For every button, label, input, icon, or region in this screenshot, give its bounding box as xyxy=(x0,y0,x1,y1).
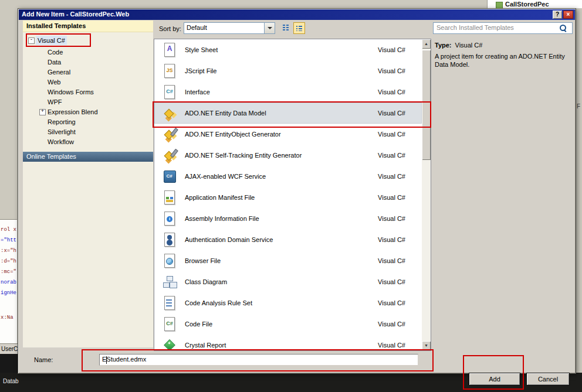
dialog-titlebar[interactable]: Add New Item - CallStoredPec.Web ? × xyxy=(19,9,575,20)
template-item-class-diagram[interactable]: Class Diagram Visual C# xyxy=(154,271,422,292)
expand-icon[interactable]: + xyxy=(39,109,46,115)
jscript-file-icon xyxy=(162,63,177,79)
tree-item-web[interactable]: Web xyxy=(23,77,153,87)
code-fragment: :mc=" xyxy=(1,269,16,275)
code-file-icon xyxy=(162,316,177,332)
template-item-ado-net-entityobject-generator[interactable]: ADO.NET EntityObject Generator Visual C# xyxy=(154,124,422,145)
search-icon[interactable] xyxy=(560,25,566,31)
collapse-icon[interactable]: - xyxy=(28,38,35,44)
tree-item-workflow[interactable]: Workflow xyxy=(23,137,153,146)
sort-dropdown[interactable]: Default xyxy=(184,22,275,34)
app-manifest-icon xyxy=(162,190,177,205)
online-templates-header[interactable]: Online Templates xyxy=(23,152,153,162)
taskbar-label: Datab xyxy=(3,378,19,384)
search-box[interactable]: Search Installed Templates xyxy=(433,22,573,34)
rule-set-icon xyxy=(162,295,177,311)
template-item-style-sheet[interactable]: Style Sheet Visual C# xyxy=(154,39,422,60)
auth-domain-service-icon xyxy=(162,232,177,247)
template-description: A project item for creating an ADO.NET E… xyxy=(435,52,573,69)
type-label: Type: xyxy=(435,42,452,49)
csharp-project-icon xyxy=(496,2,503,8)
template-item-authentication-domain-service[interactable]: Authentication Domain Service Visual C# xyxy=(154,229,422,250)
medium-icons-view-button[interactable] xyxy=(293,22,305,34)
installed-templates-header: Installed Templates xyxy=(23,21,153,32)
scroll-up-icon[interactable] xyxy=(422,39,431,49)
name-value: EStudent.edmx xyxy=(102,356,146,363)
template-item-ajax-enabled-wcf-service[interactable]: AJAX-enabled WCF Service Visual C# xyxy=(154,166,422,187)
style-sheet-icon xyxy=(162,42,177,57)
tree-item-expression-blend[interactable]: + Expression Blend xyxy=(23,107,153,117)
code-fragment: ="htt xyxy=(1,237,16,243)
small-icons-view-button[interactable] xyxy=(281,23,291,33)
background-usercontrol-label: UserCor xyxy=(0,343,18,354)
tree-item-silverlight[interactable]: Silverlight xyxy=(23,127,153,137)
code-fragment: :d="h xyxy=(1,258,16,264)
template-item-interface[interactable]: Interface Visual C# xyxy=(154,81,422,103)
background-code-editor: rol x ="htt :x="h :d="h :mc=" norab ignH… xyxy=(0,219,17,344)
templates-sidebar: Installed Templates - Visual C# Code Dat… xyxy=(23,21,153,347)
browser-file-icon xyxy=(162,253,177,268)
entity-data-model-icon xyxy=(162,105,177,121)
help-button[interactable]: ? xyxy=(553,11,562,19)
assembly-info-icon xyxy=(162,211,177,226)
template-item-code-file[interactable]: Code File Visual C# xyxy=(154,313,422,335)
template-item-application-manifest-file[interactable]: Application Manifest File Visual C# xyxy=(154,187,422,208)
close-button[interactable]: × xyxy=(563,11,573,19)
code-fragment: ignHe xyxy=(1,290,16,296)
solution-item-label[interactable]: CallStoredPec xyxy=(505,1,549,8)
template-item-jscript-file[interactable]: JScript File Visual C# xyxy=(154,60,422,81)
self-tracking-generator-icon xyxy=(162,148,177,163)
tree-item-windows-forms[interactable]: Windows Forms xyxy=(23,87,153,97)
template-item-ado-net-entity-data-model[interactable]: ADO.NET Entity Data Model Visual C# xyxy=(154,103,422,124)
tree-item-data[interactable]: Data xyxy=(23,57,153,67)
code-fragment: rol x xyxy=(1,227,16,233)
code-fragment: norab xyxy=(1,279,16,285)
scroll-down-icon[interactable] xyxy=(422,341,431,350)
interface-icon xyxy=(162,84,177,100)
tree-item-general[interactable]: General xyxy=(23,67,153,77)
template-list: Style Sheet Visual C# JScript File Visua… xyxy=(154,39,422,350)
tree-item-reporting[interactable]: Reporting xyxy=(23,117,153,127)
name-label: Name: xyxy=(34,356,53,363)
name-input[interactable]: EStudent.edmx xyxy=(99,354,418,366)
template-item-assembly-information-file[interactable]: Assembly Information File Visual C# xyxy=(154,208,422,229)
class-diagram-icon xyxy=(162,274,177,289)
list-scrollbar[interactable] xyxy=(422,39,431,350)
code-fragment: x:Na xyxy=(1,315,13,321)
template-item-crystal-report[interactable]: Crystal Report Visual C# xyxy=(154,335,422,350)
tree-item-code[interactable]: Code xyxy=(23,47,153,57)
background-solution-explorer: CallStoredPec xyxy=(487,0,582,8)
crystal-report-icon xyxy=(162,338,177,350)
tree-item-visual-csharp[interactable]: - Visual C# xyxy=(23,36,153,45)
scrollbar-thumb[interactable] xyxy=(422,50,431,160)
tree-item-wpf[interactable]: WPF xyxy=(23,97,153,107)
search-placeholder: Search Installed Templates xyxy=(436,24,514,31)
template-type-line: Type:Visual C# xyxy=(435,42,482,49)
dialog-title: Add New Item - CallStoredPec.Web xyxy=(22,11,129,18)
template-list-wrap: Style Sheet Visual C# JScript File Visua… xyxy=(154,39,431,351)
type-value: Visual C# xyxy=(455,42,483,49)
screen: CallStoredPec rol x ="htt :x="h :d="h :m… xyxy=(0,0,582,392)
template-item-browser-file[interactable]: Browser File Visual C# xyxy=(154,250,422,271)
add-button[interactable]: Add xyxy=(469,373,520,386)
tree-item-label: Visual C# xyxy=(36,36,67,45)
wcf-service-icon xyxy=(162,169,177,184)
template-item-code-analysis-rule-set[interactable]: Code Analysis Rule Set Visual C# xyxy=(154,292,422,313)
background-fragment: F xyxy=(577,103,580,110)
cancel-button[interactable]: Cancel xyxy=(526,373,570,386)
chevron-down-icon[interactable] xyxy=(264,23,275,33)
sort-by-label: Sort by: xyxy=(159,25,181,32)
add-new-item-dialog: Add New Item - CallStoredPec.Web ? × Ins… xyxy=(18,8,576,374)
template-item-ado-net-self-tracking-entity-generator[interactable]: ADO.NET Self-Tracking Entity Generator V… xyxy=(154,145,422,166)
entityobject-generator-icon xyxy=(162,127,177,142)
code-fragment: :x="h xyxy=(1,248,16,254)
text-caret xyxy=(106,356,107,364)
